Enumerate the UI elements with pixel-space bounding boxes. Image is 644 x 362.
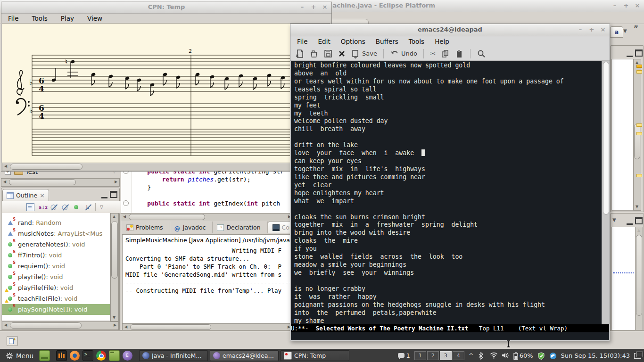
close-button[interactable]: × [599,25,607,34]
copy-icon[interactable] [440,49,450,58]
taskbar-clock[interactable]: Sun Sep 15, 15(03):43 [561,352,630,359]
occurrence-marker[interactable] [636,174,642,177]
terminal-icon[interactable]: >_ [83,350,93,361]
minimize-button[interactable]: – [611,1,619,10]
menu-item[interactable]: Buffers [376,38,398,45]
emacs-buffer[interactable]: bright bonfire coloured leaves now spott… [291,61,602,324]
console-tab[interactable]: Declaration [213,222,267,233]
show-desktop-button[interactable] [39,350,50,361]
scrollbar-thumb[interactable] [10,164,83,170]
scroll-left-arrow[interactable]: ◀ [2,163,9,170]
minimize-button[interactable]: – [298,3,306,11]
outline-tab[interactable]: Outline × [2,189,49,201]
view-menu-icon[interactable]: ▽ [100,205,103,209]
occurrence-marker[interactable] [636,70,642,74]
firefox-icon[interactable] [70,351,80,361]
menu-item[interactable]: Options [341,38,365,45]
menu-item[interactable]: Tools [32,15,48,22]
right-panel-scrollbar[interactable]: ▲ ▼ [635,227,643,340]
shield-check-icon[interactable] [537,352,545,360]
scroll-up-arrow[interactable]: ▲ [111,214,117,220]
scrollbar-thumb[interactable] [636,235,642,316]
outline-item[interactable]: requiem() : void [2,261,110,272]
chevron-down-icon[interactable]: ▼ [623,28,627,33]
search-icon[interactable] [477,49,486,58]
outline-scrollbar[interactable]: ▲ ▼ [110,213,119,321]
scrollbar-thumb[interactable] [603,62,609,214]
fast-view-button[interactable]: ✦ [7,336,18,346]
outline-item[interactable]: playFile(File) : void [2,282,110,293]
occurrence-marker[interactable] [636,132,642,135]
taskbar-window-button[interactable]: CPN: Temp [281,350,349,361]
minimize-view-button[interactable] [627,51,633,57]
close-button[interactable]: × [634,1,641,10]
taskbar-window-button[interactable]: Java - InfiniteMusic... [139,350,208,361]
new-file-icon[interactable] [295,49,305,58]
console-output[interactable]: SimpleMusicMachine [Java Application] /u… [122,234,293,324]
workspace-button[interactable]: 4 [453,351,464,360]
menu-item[interactable]: View [87,15,102,22]
occurrence-marker[interactable] [636,123,642,127]
maximize-button[interactable]: + [622,1,630,10]
cut-icon[interactable]: ✂ [430,49,436,58]
tab-close-button[interactable]: × [40,192,44,199]
dired-icon[interactable] [323,49,333,58]
outline-item[interactable]: musicNotes : ArrayList<Mus [2,228,110,239]
outline-item[interactable]: rand : Random [2,217,110,228]
scroll-up-arrow[interactable]: ▲ [636,227,642,234]
scrollbar-thumb[interactable] [9,179,76,185]
open-file-icon[interactable] [309,49,319,58]
minimize-view-button[interactable] [101,193,107,198]
maximize-view-button[interactable] [635,49,643,57]
volume-icon[interactable] [502,352,509,360]
outline-item[interactable]: generateNotes() : void [2,239,110,250]
thunderbird-icon[interactable] [549,352,557,360]
taskbar-window-button[interactable]: emacs24@Ideapad [210,350,279,361]
scrollbar-thumb[interactable] [634,123,640,159]
scroll-right-arrow[interactable]: ▶ [113,179,119,185]
menu-button[interactable]: Menu [3,352,36,360]
cpn-titlebar[interactable]: CPN: Temp – + × [1,1,331,14]
workspace-button[interactable]: 3 [440,351,452,360]
scroll-right-arrow[interactable]: ▶ [112,322,118,329]
wifi-icon[interactable] [490,352,497,360]
maximize-view-button[interactable] [110,191,117,198]
menu-item[interactable]: Help [435,38,449,45]
java-editor[interactable]: public static int getPitch(String str re… [121,166,293,213]
workspace-button[interactable]: 2 [427,351,439,360]
occurrence-marker[interactable] [636,65,642,68]
scroll-down-arrow[interactable]: ▼ [111,314,117,321]
minimize-button[interactable]: – [577,25,584,34]
scrollbar-thumb[interactable] [129,214,205,220]
hide-static-icon[interactable]: ◯ [61,204,68,211]
undo-button[interactable]: Undo [390,49,417,58]
chromium-icon[interactable] [96,351,106,361]
save-button[interactable]: Save [351,49,377,58]
collapse-all-icon[interactable] [26,203,34,211]
maximize-button[interactable]: + [310,3,317,11]
paste-icon[interactable] [454,49,464,58]
file-manager-icon[interactable] [109,350,120,361]
emacs-echo-area[interactable] [291,332,609,340]
chevron-up-icon[interactable]: ^ [469,352,474,359]
console-tab[interactable]: Javadoc [170,222,213,233]
battery-applet[interactable]: 60% [513,352,533,360]
emacs-app-icon[interactable]: ε [123,351,132,361]
outline-item[interactable]: teachFile(File) : void [2,293,110,304]
hide-local-types-icon[interactable]: L [84,204,91,211]
scroll-down-arrow[interactable]: ▼ [634,204,640,210]
outline-hscrollbar[interactable]: ◀ ▶ [2,321,119,330]
scroll-left-arrow[interactable]: ◀ [2,322,9,329]
console-hscrollbar[interactable]: ◀ ▶ [122,323,293,331]
close-button[interactable]: × [321,3,329,11]
view-menu-icon[interactable]: ▼ [612,217,616,222]
window-stack-icon[interactable] [634,353,641,359]
menu-item[interactable]: Tools [409,38,424,45]
maximize-button[interactable]: + [588,25,595,34]
workspace-button[interactable]: 1 [414,351,426,360]
console-tab[interactable]: Problems [122,222,170,233]
scrollbar-thumb[interactable] [10,322,82,329]
emacs-titlebar[interactable]: emacs24@Ideapad – + × [290,24,610,36]
hide-non-public-icon[interactable] [73,204,80,211]
fold-marker[interactable] [123,200,129,206]
